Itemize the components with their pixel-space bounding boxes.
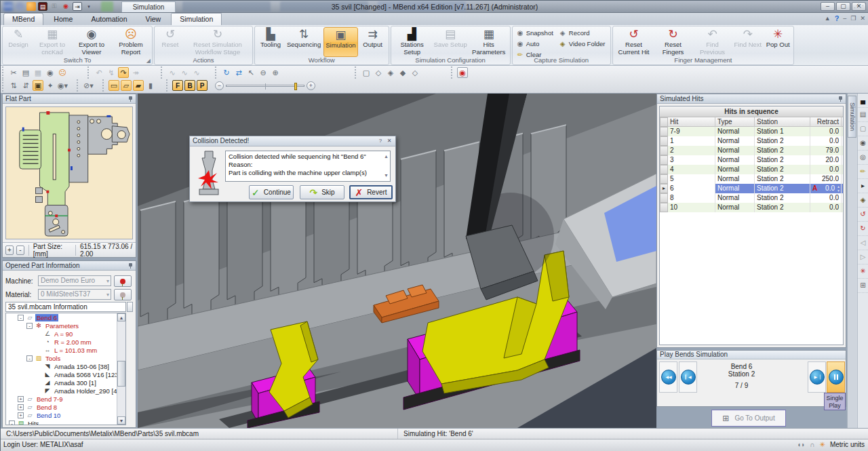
col-type[interactable]: Type — [715, 117, 755, 127]
qat-key-icon[interactable]: ⚿ — [50, 2, 59, 11]
ribbon-button-reset-current-hit[interactable]: ↺Reset Current Hit — [615, 27, 653, 57]
ribbon-button-pop-out[interactable]: ✳Pop Out — [764, 27, 791, 57]
qat-orange-icon[interactable] — [26, 2, 36, 11]
ribbon-button-save-setup[interactable]: ▤Save Setup — [433, 27, 469, 57]
flat-part-preview[interactable] — [5, 106, 133, 239]
tab-mbend[interactable]: MBend — [3, 13, 43, 25]
show-flat-icon[interactable]: ▭ — [108, 80, 119, 91]
next-hit-button[interactable]: ▶▕ — [808, 361, 826, 393]
tree-item-bend-10[interactable]: +▱Bend 10 — [6, 411, 125, 419]
tree-item-bend-7-9[interactable]: +▱Bend 7-9 — [6, 395, 125, 403]
part-info-header[interactable]: Opened Part Information — [3, 261, 136, 271]
tab-simulation[interactable]: Simulation — [171, 13, 222, 25]
tree-item-l-101-03-mm[interactable]: ↔L = 101.03 mm — [6, 346, 125, 354]
ribbon-button-design[interactable]: ✎Design — [5, 27, 32, 57]
strip-pop-out-icon[interactable]: ✳ — [858, 264, 868, 279]
tag-front-icon[interactable]: F — [172, 80, 183, 91]
tree-scrollbar[interactable]: ▲ ▼ — [117, 313, 125, 425]
strip-find-prev-icon[interactable]: ◁ — [858, 236, 868, 250]
tree-item-amada-150-06-38-[interactable]: ◥Amada 150-06 [38] — [6, 362, 125, 370]
tree-item-amada-300-1-[interactable]: ◢Amada 300 [1] — [6, 378, 125, 387]
continue-button[interactable]: ✓ Continue — [249, 185, 294, 199]
machine-pin-button[interactable] — [114, 275, 132, 287]
skip-button[interactable]: ↷ Skip — [300, 185, 344, 199]
mdi-close-icon[interactable]: ✕ — [860, 15, 865, 22]
tree-item-a-90[interactable]: ∠A = 90 — [6, 330, 125, 338]
ribbon-button-problem-report[interactable]: ☹Problem Report — [112, 27, 150, 57]
tag-back-icon[interactable]: B — [184, 80, 195, 91]
revert-button[interactable]: ✗ Revert — [349, 185, 393, 199]
view-ne-icon[interactable]: ◈ — [385, 67, 396, 78]
wave-c-icon[interactable]: ∿ — [191, 67, 202, 78]
tree-item-parameters[interactable]: -✻Parameters — [6, 321, 125, 330]
row-selector[interactable]: ▸ — [660, 184, 668, 193]
resize-grip[interactable]: ⋰⋰ — [854, 3, 866, 9]
previous-hit-button[interactable]: ▎◀ — [679, 361, 697, 393]
strip-auto-icon[interactable]: ◎ — [858, 151, 868, 165]
dialog-title-bar[interactable]: Collision Detected! ? ✕ — [190, 136, 395, 146]
dialog-help-icon[interactable]: ? — [376, 138, 384, 145]
show-machine-icon[interactable]: ▮ — [145, 80, 156, 91]
hit-row[interactable]: 5NormalStation 2250.0 — [660, 174, 843, 184]
hit-row[interactable]: 2NormalStation 279.0 — [660, 146, 843, 155]
slider-track[interactable] — [226, 85, 304, 87]
rewind-button[interactable]: ◀◀ — [659, 361, 677, 393]
col-hit[interactable]: Hit — [668, 117, 715, 127]
qat-machine-icon[interactable]: ▤ — [38, 2, 47, 11]
ribbon-button-hits-parameters[interactable]: ▦Hits Parameters — [470, 27, 508, 57]
expand-toggle-icon[interactable]: - — [26, 355, 33, 361]
wave-a-icon[interactable]: ∿ — [167, 67, 178, 78]
strip-find-next-icon[interactable]: ▷ — [858, 250, 868, 264]
record-simulation-icon[interactable]: ◉ — [457, 67, 468, 78]
qat-icon-1[interactable] — [15, 2, 24, 11]
material-pin-button[interactable] — [114, 289, 132, 300]
row-selector[interactable] — [660, 136, 668, 146]
qat-more-icon[interactable]: ▾ — [84, 2, 94, 11]
license-icon[interactable]: ✳ — [819, 441, 825, 448]
expand-toggle-icon[interactable]: + — [18, 396, 24, 402]
sort-up-icon[interactable]: ⇅ — [8, 80, 19, 91]
refresh-icon[interactable]: ↻ — [221, 67, 232, 78]
show-tools-icon[interactable]: ▱ — [121, 80, 132, 91]
bend-forward-icon[interactable]: ↠ — [130, 67, 141, 78]
help-icon[interactable]: ? — [835, 14, 840, 22]
flat-part-header[interactable]: Flat Part — [3, 94, 136, 104]
show-fingers-icon[interactable]: ▰ — [133, 80, 144, 91]
qat-exit-icon[interactable]: ⇥ — [73, 2, 82, 11]
expand-toggle-icon[interactable]: + — [18, 404, 24, 410]
simulated-hits-header[interactable]: Simulated Hits — [657, 94, 846, 104]
ribbon-button-record[interactable]: ◈Record — [558, 28, 608, 38]
tab-home[interactable]: Home — [45, 14, 81, 26]
mdi-restore-icon[interactable]: ❐ — [850, 15, 856, 22]
scrollbar-thumb[interactable] — [117, 361, 125, 387]
row-selector[interactable] — [660, 174, 668, 184]
simulation-side-tab[interactable]: Simulation — [848, 96, 856, 138]
problem-face-icon[interactable]: ☹ — [57, 67, 68, 78]
zoom-out-button[interactable]: - — [16, 246, 24, 255]
ribbon-button-reset[interactable]: ↺Reset — [157, 27, 184, 57]
hit-row[interactable]: 7-9NormalStation 10.0 — [660, 127, 843, 136]
export-icon[interactable]: ▦ — [33, 67, 43, 78]
strip-reset-hit-icon[interactable]: ↺ — [858, 208, 868, 222]
material-select[interactable]: 0 MildSteelST37 — [38, 289, 111, 300]
view-se-icon[interactable]: ◇ — [410, 67, 420, 78]
tab-view[interactable]: View — [138, 14, 170, 26]
strip-save-icon[interactable]: ▤ — [858, 108, 868, 122]
dialog-launcher-icon[interactable]: ◢ — [146, 58, 151, 64]
camera-menu-icon[interactable]: ◉▾ — [57, 80, 68, 91]
ribbon-button-export-to-viewer[interactable]: ◉Export to Viewer — [73, 27, 111, 57]
mdi-minimize-icon[interactable]: – — [843, 15, 846, 22]
hit-row[interactable]: 4NormalStation 20.0 — [660, 165, 843, 174]
operator-icon[interactable]: ✦ — [45, 80, 56, 91]
zoom-out-icon[interactable]: − — [215, 81, 224, 90]
sort-down-icon[interactable]: ⇵ — [20, 80, 31, 91]
hit-row[interactable]: 8NormalStation 20.0 — [660, 193, 843, 203]
go-to-output-button[interactable]: ⊞ Go To Output — [711, 410, 786, 427]
expand-toggle-icon[interactable]: + — [18, 412, 24, 418]
bend-play-icon[interactable]: ↷ — [118, 67, 129, 78]
pin-icon[interactable] — [838, 96, 843, 102]
retract-spinner[interactable]: ▲▼ — [836, 184, 841, 193]
msg-scroll-down-icon[interactable]: ▼ — [384, 172, 389, 180]
view-sw-icon[interactable]: ◆ — [397, 67, 408, 78]
view-nw-icon[interactable]: ◇ — [373, 67, 384, 78]
